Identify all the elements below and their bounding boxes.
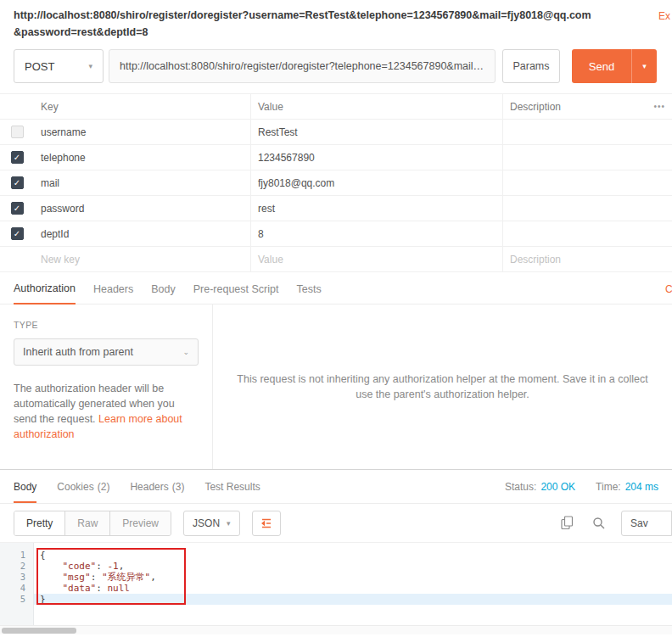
params-button[interactable]: Params [502, 49, 560, 83]
tab-headers[interactable]: Headers [93, 283, 133, 304]
save-response-button[interactable]: Sav [621, 511, 672, 536]
param-key[interactable]: telephone [34, 145, 250, 170]
param-description[interactable] [502, 120, 672, 144]
auth-type-value: Inherit auth from parent [23, 346, 133, 358]
check-icon: ✓ [14, 154, 20, 162]
param-value[interactable]: 8 [250, 221, 502, 246]
method-select[interactable]: POST ▾ [14, 49, 104, 83]
authorization-message-panel: This request is not inheriting any autho… [213, 305, 672, 469]
table-row: ✓ telephone 1234567890 [0, 145, 672, 170]
cookies-code-link[interactable]: C [665, 283, 672, 295]
search-button[interactable] [591, 515, 608, 532]
param-key[interactable]: deptId [34, 221, 250, 246]
column-header-value: Value [250, 94, 502, 119]
chevron-down-icon: ▾ [642, 62, 647, 70]
status-label: Status: [505, 481, 536, 493]
editor-gutter: 12345 [0, 543, 34, 625]
view-mode-preview[interactable]: Preview [110, 511, 171, 535]
param-key[interactable]: username [34, 120, 250, 144]
tab-body[interactable]: Body [151, 283, 176, 304]
authorization-panel: TYPE Inherit auth from parent ⌄ The auth… [0, 305, 672, 470]
tab-tests[interactable]: Tests [296, 283, 321, 304]
examples-link[interactable]: Ex [658, 10, 672, 22]
new-row-checkbox-cell [0, 247, 34, 271]
response-body-editor[interactable]: 12345 { "code": -1, "msg": "系统异常", "data… [0, 543, 672, 625]
code-lines[interactable]: { "code": -1, "msg": "系统异常", "data": nul… [34, 543, 672, 625]
request-tabs: Authorization Headers Body Pre-request S… [0, 276, 672, 305]
scrollbar-thumb[interactable] [2, 628, 76, 634]
param-value[interactable]: RestTest [250, 120, 502, 144]
more-options-icon[interactable]: ••• [653, 102, 665, 111]
auth-inherit-message: This request is not inheriting any autho… [237, 372, 647, 402]
code-line[interactable]: } [34, 594, 672, 605]
response-tab-body[interactable]: Body [14, 470, 36, 503]
description-label: Description [510, 101, 561, 113]
view-mode-switcher: Pretty Raw Preview [14, 511, 171, 536]
send-options-caret[interactable]: ▾ [631, 49, 657, 83]
language-value: JSON [193, 517, 220, 529]
params-table: Key Value Description ••• ✓ username Res… [0, 93, 672, 272]
chevron-down-icon: ⌄ [182, 348, 189, 356]
status-value: 200 OK [540, 481, 575, 493]
send-button[interactable]: Send [572, 49, 631, 83]
response-language-select[interactable]: JSON ▾ [183, 511, 240, 536]
code-line[interactable]: "msg": "系统异常", [34, 572, 672, 583]
view-mode-raw[interactable]: Raw [65, 511, 110, 535]
code-line[interactable]: { [34, 550, 672, 561]
beautify-button[interactable] [252, 511, 281, 536]
tab-label: Body [14, 481, 36, 493]
param-description[interactable] [502, 221, 672, 246]
param-value[interactable]: rest [250, 196, 502, 221]
row-checkbox[interactable]: ✓ [11, 176, 24, 189]
param-description[interactable] [502, 145, 672, 170]
param-value[interactable]: fjy8018@qq.com [250, 170, 502, 195]
response-toolbar: Pretty Raw Preview JSON ▾ Sav [0, 504, 672, 543]
auth-type-select[interactable]: Inherit auth from parent ⌄ [14, 338, 199, 366]
new-param-value-placeholder[interactable]: Value [250, 247, 502, 271]
param-value[interactable]: 1234567890 [250, 145, 502, 170]
code-line[interactable]: "code": -1, [34, 561, 672, 572]
header-checkbox-cell [0, 94, 34, 119]
row-checkbox[interactable]: ✓ [11, 126, 24, 138]
line-number: 4 [0, 583, 33, 594]
table-row: ✓ password rest [0, 196, 672, 221]
view-mode-pretty[interactable]: Pretty [14, 511, 65, 535]
param-key[interactable]: mail [34, 170, 250, 195]
check-icon: ✓ [14, 179, 20, 187]
param-key[interactable]: password [34, 196, 250, 221]
check-icon: ✓ [14, 204, 20, 213]
row-checkbox[interactable]: ✓ [11, 227, 24, 240]
tab-label: Test Results [204, 481, 260, 493]
copy-icon [561, 516, 574, 530]
new-param-row: New key Value Description [0, 247, 672, 272]
response-tab-headers[interactable]: Headers (3) [130, 470, 184, 503]
tab-label: Cookies [57, 481, 93, 493]
tab-count-badge: (3) [172, 481, 185, 493]
request-bar: POST ▾ http://localhost:8080/shiro/regis… [0, 44, 672, 93]
row-checkbox[interactable]: ✓ [11, 202, 24, 215]
request-url-line1: http://localhost:8080/shiro/register/dor… [14, 7, 658, 24]
param-description[interactable] [502, 196, 672, 221]
response-tab-test-results[interactable]: Test Results [204, 470, 260, 503]
auth-message-line2: use the parent's authorization helper. [237, 387, 647, 402]
new-param-description-placeholder[interactable]: Description [502, 247, 672, 271]
column-header-key: Key [34, 94, 250, 119]
horizontal-scrollbar [0, 625, 672, 634]
param-description[interactable] [502, 170, 672, 195]
copy-button[interactable] [558, 515, 575, 532]
beautify-icon [260, 517, 273, 529]
chevron-down-icon: ▾ [88, 62, 92, 70]
tab-authorization[interactable]: Authorization [14, 282, 76, 305]
auth-note: The authorization header will be automat… [14, 381, 195, 442]
method-label: POST [25, 60, 54, 73]
new-param-key-placeholder[interactable]: New key [34, 247, 250, 271]
response-tab-cookies[interactable]: Cookies (2) [57, 470, 109, 503]
code-line[interactable]: "data": null [34, 583, 672, 594]
auth-message-line1: This request is not inheriting any autho… [237, 372, 647, 387]
line-number: 5 [0, 594, 33, 605]
tab-pre-request-script[interactable]: Pre-request Script [193, 283, 279, 304]
row-checkbox[interactable]: ✓ [11, 151, 24, 164]
table-row: ✓ deptId 8 [0, 221, 672, 247]
authorization-type-panel: TYPE Inherit auth from parent ⌄ The auth… [0, 305, 213, 469]
url-input[interactable]: http://localhost:8080/shiro/register/dor… [109, 49, 496, 83]
